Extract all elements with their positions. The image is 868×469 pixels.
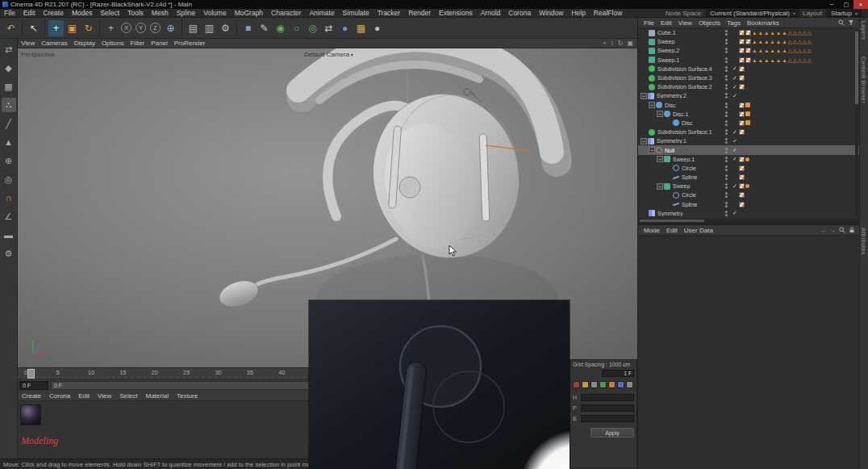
selection-tag[interactable]: △	[798, 39, 802, 44]
selection-tag[interactable]: ▲	[782, 39, 787, 44]
phong-tag[interactable]	[745, 48, 751, 53]
current-frame-field[interactable]: 0 F	[19, 381, 48, 390]
selection-tag[interactable]: △	[803, 57, 807, 63]
tag-area[interactable]	[739, 202, 860, 207]
menu-item[interactable]: Tracker	[373, 9, 405, 17]
selection-tag[interactable]: ▲	[752, 39, 757, 44]
texture-mode-icon[interactable]: ▦	[2, 79, 16, 94]
visibility-dots[interactable]	[722, 39, 731, 44]
enabled-check[interactable]: ✓	[731, 210, 739, 216]
material-menu-item[interactable]: Create	[18, 392, 45, 400]
object-row-sweep-2[interactable]: Sweep.2▲▲▲▲▲▲△△△△△	[638, 46, 860, 55]
attribute-menu-item[interactable]: User Data	[681, 227, 716, 234]
phong-tag[interactable]	[739, 183, 745, 189]
selection-tag[interactable]: △	[798, 30, 802, 36]
expand-caret[interactable]: −	[641, 138, 647, 144]
apply-button[interactable]: Apply	[590, 428, 634, 438]
object-row-disc-1[interactable]: −Disc.1	[638, 110, 860, 119]
visibility-dots[interactable]	[722, 120, 731, 126]
phong-tag[interactable]	[745, 30, 751, 36]
selection-tag[interactable]: ▲	[782, 57, 787, 63]
menu-item[interactable]: Help	[567, 9, 589, 17]
viewport-menu-item[interactable]: ProRender	[171, 40, 209, 47]
scale-tool-icon[interactable]: ▣	[65, 20, 80, 36]
visibility-dots[interactable]	[722, 30, 731, 36]
visibility-dots[interactable]	[722, 57, 731, 63]
selection-tag[interactable]: △	[807, 48, 812, 53]
tag-area[interactable]	[739, 75, 860, 81]
side-tab-layers[interactable]: Layers	[861, 21, 866, 40]
tag-area[interactable]	[739, 192, 860, 198]
visibility-dots[interactable]	[722, 174, 731, 180]
enabled-check[interactable]: ✓	[731, 183, 739, 190]
object-row-subdivision-surface-1[interactable]: Subdivision Surface.1✓	[638, 128, 860, 136]
enabled-check[interactable]: ✓	[731, 147, 739, 153]
selection-tag[interactable]: ▲	[770, 57, 774, 63]
selection-tag[interactable]: △	[798, 48, 802, 53]
phong-tag[interactable]	[739, 192, 745, 198]
frame-field[interactable]: 1 F	[602, 370, 634, 377]
live-selection-icon[interactable]: ↖	[26, 20, 41, 36]
phong-tag[interactable]	[739, 84, 745, 90]
object-row-sweep[interactable]: −Sweep✓	[638, 182, 860, 191]
expand-caret[interactable]: −	[649, 102, 655, 108]
phong-tag[interactable]	[739, 75, 745, 81]
phong-tag[interactable]	[739, 103, 745, 108]
toggle-view-icon[interactable]: ▣	[627, 40, 633, 47]
tag-area[interactable]	[739, 111, 860, 117]
selection-tag[interactable]: ▲	[770, 30, 774, 36]
selection-tag[interactable]: △	[788, 30, 792, 36]
expand-caret[interactable]: −	[649, 147, 655, 153]
deformer-icon[interactable]: ◎	[305, 20, 320, 36]
generator-icon[interactable]: ○	[289, 20, 304, 36]
selection-tag[interactable]: ▲	[782, 48, 787, 53]
make-editable-icon[interactable]: ⇄	[2, 42, 16, 57]
object-row-sweep-1[interactable]: −Sweep.1✓	[638, 155, 860, 164]
lock-icon[interactable]	[849, 227, 855, 233]
visibility-dots[interactable]	[722, 211, 731, 216]
volume-icon[interactable]: ●	[369, 20, 385, 36]
field-input[interactable]	[581, 394, 634, 401]
material-menu-item[interactable]: View	[94, 392, 115, 400]
tag-area[interactable]	[739, 165, 860, 171]
viewport-menu-item[interactable]: Options	[98, 40, 127, 47]
tag-area[interactable]: ▲▲▲▲▲▲△△△△△	[739, 39, 860, 44]
expand-caret[interactable]: −	[657, 111, 663, 117]
visibility-dots[interactable]	[722, 202, 731, 207]
selection-tag[interactable]: △	[803, 30, 807, 36]
tag-area[interactable]	[739, 66, 860, 72]
viewport-menu-item[interactable]: Cameras	[38, 40, 70, 47]
selection-tag[interactable]: △	[793, 30, 797, 36]
viewport-solo-icon[interactable]: ◎	[2, 172, 16, 186]
selection-tag[interactable]: △	[807, 57, 812, 63]
object-manager-menu-item[interactable]: View	[675, 19, 695, 27]
menu-item[interactable]: Edit	[19, 9, 40, 17]
selection-tag[interactable]: △	[807, 30, 812, 36]
selection-tag[interactable]: ▲	[757, 30, 762, 36]
lock-y-axis-icon[interactable]: Y	[136, 23, 146, 33]
history-forward-icon[interactable]: →	[830, 228, 836, 233]
mograph-icon[interactable]: ▦	[353, 20, 369, 36]
object-row-subdivision-surface-2[interactable]: Subdivision Surface.2✓	[638, 82, 860, 91]
dot-tag[interactable]	[745, 184, 749, 188]
lock-z-axis-icon[interactable]: Z	[150, 23, 161, 33]
last-used-tool-icon[interactable]: +	[103, 20, 119, 36]
phong-tag[interactable]	[745, 57, 751, 63]
visibility-dots[interactable]	[722, 93, 731, 98]
phong-tag[interactable]	[739, 202, 745, 207]
phong-tag[interactable]	[745, 39, 751, 44]
visibility-dots[interactable]	[722, 129, 731, 135]
record-keyframe-button[interactable]	[573, 381, 580, 388]
menu-item[interactable]: File	[0, 9, 19, 17]
object-tree-scrollbar[interactable]	[855, 30, 858, 216]
material-menu-item[interactable]: Material	[142, 392, 173, 400]
workplane-icon[interactable]: ▬	[2, 228, 16, 242]
field-input[interactable]	[581, 415, 634, 422]
attribute-menu-item[interactable]: Mode	[641, 227, 663, 234]
tag-area[interactable]	[739, 174, 860, 180]
history-back-icon[interactable]: ←	[821, 228, 827, 233]
enabled-check[interactable]: ✓	[731, 84, 739, 90]
menu-item[interactable]: Character	[267, 9, 305, 17]
menu-item[interactable]: Extensions	[435, 9, 477, 17]
orange-tag[interactable]	[745, 111, 750, 116]
